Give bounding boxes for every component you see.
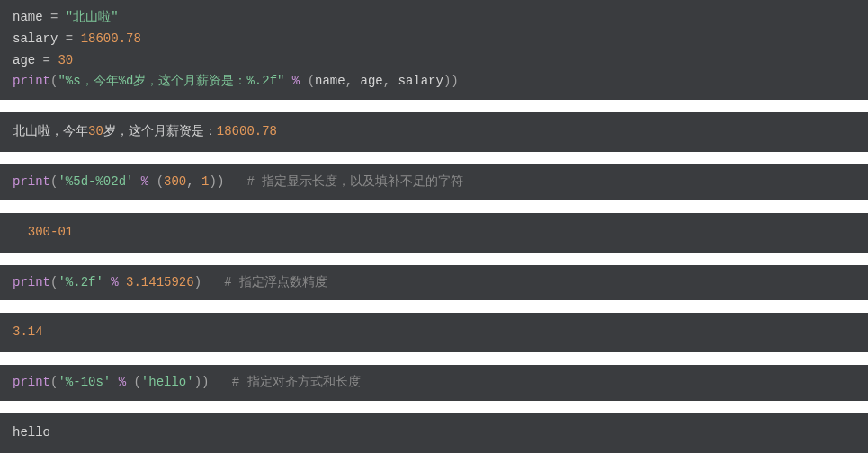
output-text: 北山啦，今年 [13, 124, 88, 138]
code-token: , [186, 174, 201, 189]
code-token: "%s，今年%d岁，这个月薪资是：%.2f" [58, 74, 284, 88]
code-token: ( [133, 375, 140, 389]
code-token: = [58, 31, 80, 46]
code-token [209, 375, 231, 389]
code-token [300, 74, 307, 88]
output-block-4: hello [0, 413, 868, 453]
code-token: , [383, 74, 398, 88]
output-text: 18600.78 [217, 124, 277, 138]
output-text: 岁，这个月薪资是： [103, 124, 217, 138]
code-token [284, 74, 291, 88]
code-block-2: print('%5d-%02d' % (300, 1)) # 指定显示长度，以及… [0, 164, 868, 200]
code-token [148, 174, 156, 189]
output-block-2: 300-01 [0, 213, 868, 253]
code-block-3: print('%.2f' % 3.1415926) # 指定浮点数精度 [0, 265, 868, 301]
code-token: % [141, 174, 148, 189]
code-token [119, 275, 126, 289]
code-token: '%5d-%02d' [58, 174, 133, 189]
code-token: , [345, 74, 361, 88]
code-token: 30 [58, 53, 73, 67]
code-token: '%.2f' [58, 275, 103, 289]
code-token: 18600.78 [81, 31, 141, 46]
code-token: = [35, 53, 58, 67]
output-block-1: 北山啦，今年30岁，这个月薪资是：18600.78 [0, 112, 868, 152]
output-text: hello [13, 425, 88, 440]
code-comment: # 指定显示长度，以及填补不足的字符 [247, 174, 464, 189]
output-text: 30 [88, 124, 103, 138]
code-token [111, 375, 118, 389]
code-token: ) [194, 275, 201, 289]
code-token: % [119, 375, 126, 389]
code-token: print [13, 375, 50, 389]
code-token: name [315, 74, 345, 88]
code-token: ( [157, 174, 164, 189]
code-token [201, 275, 224, 289]
code-token: age [13, 53, 35, 67]
code-token: % [111, 275, 118, 289]
output-text: 3.14 [13, 324, 43, 339]
code-token: 3.1415926 [126, 275, 194, 289]
code-token: '%-10s' [58, 375, 111, 389]
code-token: ( [308, 74, 315, 88]
code-token: age [360, 74, 382, 88]
code-token: print [13, 74, 50, 88]
code-token [224, 174, 246, 189]
code-block-4: print('%-10s' % ('hello')) # 指定对齐方式和长度 [0, 365, 868, 401]
code-token: "北山啦" [66, 10, 119, 24]
code-token [133, 174, 140, 189]
code-token: ) [194, 375, 201, 389]
code-comment: # 指定浮点数精度 [224, 275, 327, 289]
code-token: ) [210, 174, 217, 189]
code-token: = [43, 10, 66, 24]
code-token: 'hello' [141, 375, 194, 389]
code-comment: # 指定对齐方式和长度 [232, 375, 361, 389]
code-token: print [13, 275, 50, 289]
code-token [103, 275, 111, 289]
code-token: salary [398, 74, 443, 88]
code-token: salary [13, 31, 58, 46]
output-text: 300-01 [13, 225, 73, 239]
code-block-1: name = "北山啦" salary = 18600.78 age = 30 … [0, 0, 868, 100]
code-token: % [292, 74, 300, 88]
code-token: ) [451, 74, 458, 88]
code-token: print [13, 174, 50, 189]
output-block-3: 3.14 [0, 313, 868, 352]
code-token: 1 [201, 174, 209, 189]
code-token: name [13, 10, 43, 24]
code-token: 300 [164, 174, 186, 189]
